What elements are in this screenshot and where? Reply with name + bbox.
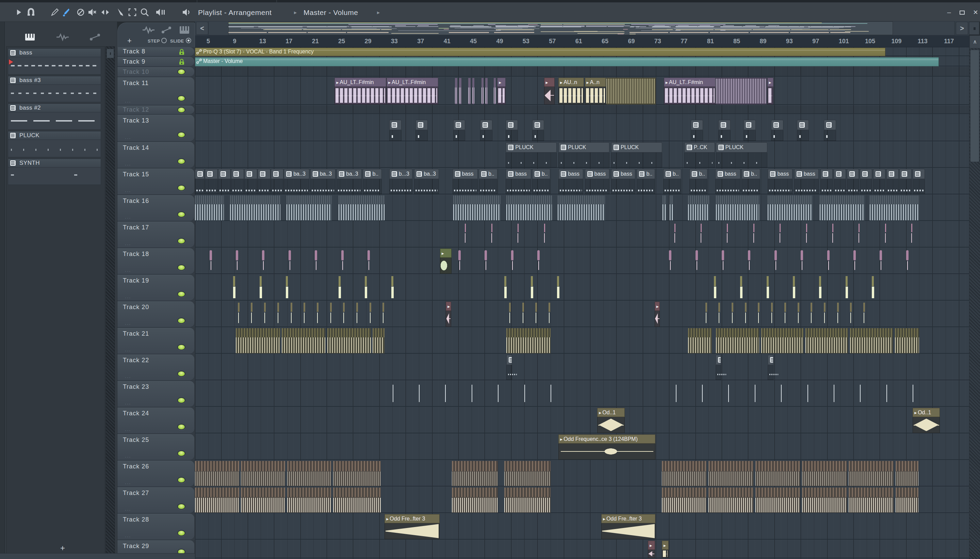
add-track-button[interactable]: + bbox=[127, 36, 132, 45]
clip-texture[interactable] bbox=[802, 488, 847, 513]
track-options[interactable]: ... bbox=[125, 161, 131, 167]
pattern-tick[interactable] bbox=[368, 250, 370, 273]
clip-texture[interactable] bbox=[333, 461, 380, 486]
track-led[interactable] bbox=[177, 238, 185, 244]
pattern-tick[interactable] bbox=[806, 223, 807, 246]
clip-texture[interactable] bbox=[716, 78, 767, 104]
pattern-clip[interactable] bbox=[768, 355, 773, 365]
pattern-clip-body[interactable] bbox=[532, 179, 550, 194]
audio-clip[interactable]: ▸Odd Fre..fter 3 bbox=[601, 514, 656, 539]
track-header-track-27[interactable]: Track 27... bbox=[117, 487, 194, 513]
timeline-ruler[interactable]: 5913172125293337414549535761656973778185… bbox=[195, 35, 969, 47]
clip-texture[interactable] bbox=[236, 328, 280, 353]
track-header-track-23[interactable]: Track 23... bbox=[117, 381, 194, 407]
audio-clip-header[interactable]: ▸ bbox=[544, 78, 555, 87]
pattern-tick[interactable] bbox=[343, 303, 345, 326]
close-button[interactable]: × bbox=[970, 8, 980, 17]
patterns-view-icon[interactable] bbox=[178, 26, 191, 35]
pattern-tick[interactable] bbox=[853, 250, 856, 273]
track-led[interactable] bbox=[177, 95, 185, 101]
pattern-tick[interactable] bbox=[774, 250, 777, 273]
slice-icon[interactable] bbox=[116, 7, 126, 17]
grid-row-track-20[interactable] bbox=[195, 301, 969, 327]
pattern-item-header[interactable]: bass #3 bbox=[8, 76, 101, 85]
track-led[interactable] bbox=[177, 450, 185, 456]
clip-texture[interactable] bbox=[896, 488, 919, 513]
audio-clip[interactable]: ▸A..n bbox=[585, 78, 606, 105]
track-led[interactable] bbox=[177, 344, 185, 350]
slide-toggle[interactable] bbox=[186, 38, 191, 43]
pattern-item-header[interactable]: SYNTH bbox=[8, 159, 101, 167]
audio-clip[interactable]: ▸Odd Frequenc..ce 3 (124BPM) bbox=[558, 434, 655, 460]
pattern-tick[interactable] bbox=[531, 276, 534, 299]
pattern-tick[interactable] bbox=[801, 250, 803, 273]
track-options[interactable]: ... bbox=[125, 400, 131, 405]
pattern-clip-body[interactable] bbox=[611, 179, 635, 194]
pattern-clip[interactable]: bass bbox=[611, 169, 635, 179]
clip-texture[interactable] bbox=[241, 461, 285, 486]
pattern-clip[interactable] bbox=[899, 169, 912, 179]
track-options[interactable]: ... bbox=[125, 480, 131, 485]
pattern-tick[interactable] bbox=[251, 303, 253, 326]
clip-texture[interactable] bbox=[708, 488, 753, 513]
audio-clip-header[interactable]: ▸ bbox=[446, 302, 451, 311]
pattern-clip-body[interactable] bbox=[337, 179, 362, 194]
track-header-track-9[interactable]: Track 9 bbox=[117, 57, 194, 67]
pattern-clip-body[interactable] bbox=[480, 130, 492, 141]
pattern-preview[interactable] bbox=[8, 85, 101, 102]
audio-clip[interactable]: ▸AU_LT..F#min bbox=[386, 78, 438, 105]
pattern-tick[interactable] bbox=[356, 303, 358, 326]
pattern-clip-body[interactable] bbox=[506, 130, 518, 141]
pattern-clip[interactable] bbox=[453, 120, 465, 130]
delete-icon[interactable] bbox=[76, 7, 86, 17]
breadcrumb-playlist[interactable]: Playlist - Arrangement bbox=[198, 8, 272, 17]
pattern-preview[interactable] bbox=[8, 112, 101, 130]
audio-slice[interactable] bbox=[459, 78, 462, 104]
grid-row-track-10[interactable] bbox=[195, 67, 969, 77]
pattern-clip-body[interactable] bbox=[244, 179, 257, 194]
pattern-tick[interactable] bbox=[370, 303, 371, 326]
audio-clip[interactable]: ▸AU..n bbox=[558, 78, 584, 105]
pattern-clip[interactable]: bass bbox=[558, 169, 583, 179]
pattern-tick[interactable] bbox=[504, 276, 507, 299]
pattern-tick[interactable] bbox=[535, 303, 537, 326]
pattern-tick[interactable] bbox=[675, 223, 676, 246]
pattern-tick[interactable] bbox=[669, 250, 672, 273]
track-led[interactable] bbox=[177, 107, 185, 113]
pattern-clip[interactable] bbox=[416, 120, 428, 130]
grid-row-track-17[interactable] bbox=[195, 222, 969, 248]
scrollbar-thumb[interactable] bbox=[107, 49, 114, 58]
clip-texture[interactable] bbox=[558, 195, 605, 221]
pattern-clip-body[interactable] bbox=[611, 152, 662, 167]
grid-row-track-12[interactable] bbox=[195, 106, 969, 114]
pattern-clip[interactable]: ba..3 bbox=[310, 169, 335, 179]
clip-texture[interactable] bbox=[338, 195, 384, 221]
pattern-clip-body[interactable] bbox=[389, 130, 401, 141]
pattern-tick[interactable] bbox=[879, 250, 882, 273]
clip-texture[interactable] bbox=[453, 195, 500, 221]
track-options[interactable]: ... bbox=[125, 320, 131, 326]
pattern-tick[interactable] bbox=[727, 223, 728, 246]
pattern-item[interactable]: bass #2 bbox=[8, 104, 101, 130]
pattern-tick[interactable] bbox=[912, 382, 914, 405]
audio-clip[interactable]: ▸ bbox=[655, 302, 660, 327]
pattern-tick[interactable] bbox=[753, 223, 755, 246]
paint-brush-icon[interactable] bbox=[61, 7, 71, 17]
pattern-clip-body[interactable] bbox=[912, 179, 925, 194]
grid-row-track-28[interactable] bbox=[195, 514, 969, 539]
clip-texture[interactable] bbox=[895, 328, 919, 353]
track-header-track-19[interactable]: Track 19... bbox=[117, 275, 194, 301]
pattern-tick[interactable] bbox=[780, 223, 781, 246]
pattern-tick[interactable] bbox=[676, 382, 677, 405]
clip-texture[interactable] bbox=[761, 328, 803, 353]
pattern-clip-body[interactable] bbox=[715, 179, 741, 194]
clip-texture[interactable] bbox=[896, 461, 919, 486]
track-led[interactable] bbox=[177, 185, 185, 191]
pattern-tick[interactable] bbox=[886, 382, 888, 405]
pattern-tick[interactable] bbox=[537, 250, 540, 273]
pattern-tick[interactable] bbox=[701, 223, 702, 246]
clip-texture[interactable] bbox=[506, 328, 551, 353]
pattern-clip[interactable]: bass bbox=[506, 169, 531, 179]
track-header-track-16[interactable]: Track 16... bbox=[117, 195, 194, 221]
pattern-clip-body[interactable] bbox=[506, 152, 557, 167]
